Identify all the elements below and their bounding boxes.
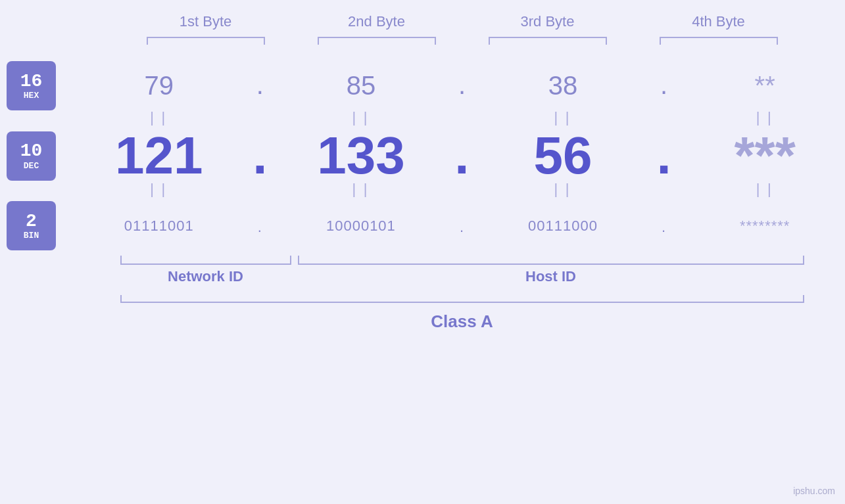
watermark: ipshu.com <box>793 486 835 496</box>
eq-row-1: || || || || <box>0 110 845 127</box>
bin-cell-3: 00111000 <box>491 218 635 235</box>
eq-4: || <box>692 110 837 127</box>
dec-base-num: 10 <box>20 141 43 162</box>
host-id-label: Host ID <box>298 268 804 285</box>
hex-val-2: 85 <box>347 71 376 100</box>
eq-3: || <box>491 110 635 127</box>
top-brackets <box>120 37 804 45</box>
eq-1: || <box>87 110 231 127</box>
bracket-1 <box>147 37 265 45</box>
bin-row: 2 BIN 01111001 . 10000101 . 00111000 . <box>0 201 845 250</box>
bracket-3 <box>489 37 607 45</box>
bracket-4 <box>660 37 778 45</box>
dec-val-1: 121 <box>115 126 203 185</box>
eq-values-2: || || || || <box>79 182 845 198</box>
hex-values: 79 . 85 . 38 . ** <box>79 70 845 101</box>
bin-badge: 2 BIN <box>7 201 56 250</box>
id-brackets <box>120 256 804 265</box>
byte-header-2: 2nd Byte <box>304 13 449 30</box>
network-id-label: Network ID <box>120 268 291 285</box>
bin-dot-1: . <box>247 212 273 239</box>
byte-header-1: 1st Byte <box>133 13 278 30</box>
hex-val-4: ** <box>755 71 775 100</box>
byte-header-4: 4th Byte <box>646 13 791 30</box>
hex-val-3: 38 <box>548 71 578 100</box>
class-bracket <box>120 295 804 303</box>
hex-base-name: HEX <box>24 91 39 100</box>
eq-5: || <box>87 182 231 198</box>
eq-row-2: || || || || <box>0 182 845 198</box>
bracket-2 <box>318 37 436 45</box>
bin-values: 01111001 . 10000101 . 00111000 . *******… <box>79 212 845 239</box>
bin-cell-2: 10000101 <box>289 218 433 235</box>
dec-base-name: DEC <box>24 162 39 170</box>
host-bracket <box>298 256 804 265</box>
dec-val-3: 56 <box>534 126 592 185</box>
main-container: 1st Byte 2nd Byte 3rd Byte 4th Byte 16 H… <box>0 0 845 504</box>
class-label: Class A <box>120 306 804 337</box>
eq-2: || <box>289 110 433 127</box>
class-section: Class A <box>120 295 804 337</box>
hex-base-num: 16 <box>20 72 43 92</box>
hex-badge: 16 HEX <box>7 61 56 110</box>
dec-dot-1: . <box>247 129 273 182</box>
dec-val-2: 133 <box>317 126 404 185</box>
dec-dot-2: . <box>448 129 475 182</box>
eq-7: || <box>491 182 635 198</box>
eq-values-1: || || || || <box>79 110 845 127</box>
id-section: Network ID Host ID <box>120 256 804 285</box>
bin-val-2: 10000101 <box>326 218 396 234</box>
hex-val-1: 79 <box>145 71 174 100</box>
hex-dot-2: . <box>448 70 475 101</box>
bin-val-1: 01111001 <box>124 218 194 234</box>
hex-cell-1: 79 <box>87 71 231 101</box>
byte-headers-row: 1st Byte 2nd Byte 3rd Byte 4th Byte <box>120 13 804 30</box>
bin-dot-3: . <box>651 212 677 239</box>
hex-dot-1: . <box>247 70 273 101</box>
dec-cell-4: *** <box>692 129 837 182</box>
hex-dot-3: . <box>651 70 677 101</box>
dec-dot-3: . <box>651 129 677 182</box>
bin-val-4: ******** <box>740 218 790 234</box>
eq-6: || <box>289 182 433 198</box>
bin-base-name: BIN <box>24 231 39 240</box>
dec-values: 121 . 133 . 56 . *** <box>79 129 845 182</box>
hex-label-wrapper: 16 HEX <box>0 61 79 110</box>
bin-val-3: 00111000 <box>528 218 598 234</box>
dec-cell-1: 121 <box>87 129 231 182</box>
bin-cell-4: ******** <box>692 218 837 235</box>
dec-cell-2: 133 <box>289 129 433 182</box>
dec-row: 10 DEC 121 . 133 . 56 . *** <box>0 129 845 182</box>
hex-cell-2: 85 <box>289 71 433 101</box>
hex-cell-3: 38 <box>491 71 635 101</box>
bin-cell-1: 01111001 <box>87 218 231 235</box>
hex-row: 16 HEX 79 . 85 . 38 . ** <box>0 61 845 110</box>
dec-cell-3: 56 <box>491 129 635 182</box>
hex-cell-4: ** <box>692 71 837 101</box>
byte-header-3: 3rd Byte <box>475 13 620 30</box>
id-labels: Network ID Host ID <box>120 268 804 285</box>
bin-dot-2: . <box>448 212 475 239</box>
dec-badge: 10 DEC <box>7 131 56 181</box>
bin-label-wrapper: 2 BIN <box>0 201 79 250</box>
network-bracket <box>120 256 291 265</box>
bin-base-num: 2 <box>26 212 37 232</box>
dec-label-wrapper: 10 DEC <box>0 131 79 181</box>
dec-val-4: *** <box>734 126 795 185</box>
